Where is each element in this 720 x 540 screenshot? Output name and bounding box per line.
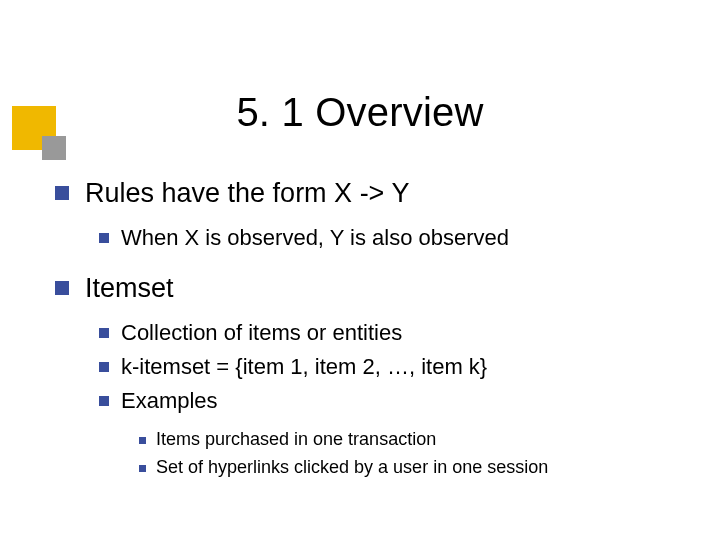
list-item: k-itemset = {item 1, item 2, …, item k} <box>99 350 695 384</box>
bullet-square-icon <box>99 233 109 243</box>
slide-title: 5. 1 Overview <box>0 90 720 135</box>
slide-body: Rules have the form X -> Y When X is obs… <box>55 175 695 496</box>
list-item: Set of hyperlinks clicked by a user in o… <box>139 454 695 482</box>
bullet-text: Itemset <box>85 270 174 306</box>
bullet-list-level3: Items purchased in one transaction Set o… <box>139 426 695 482</box>
list-item: Itemset Collection of items or entities … <box>55 270 695 483</box>
bullet-text: k-itemset = {item 1, item 2, …, item k} <box>121 350 487 384</box>
list-item: When X is observed, Y is also observed <box>99 221 695 255</box>
bullet-text: Items purchased in one transaction <box>156 426 436 454</box>
list-item: Rules have the form X -> Y When X is obs… <box>55 175 695 256</box>
bullet-square-icon <box>55 281 69 295</box>
list-item: Items purchased in one transaction <box>139 426 695 454</box>
bullet-square-icon <box>99 328 109 338</box>
bullet-square-icon <box>99 362 109 372</box>
bullet-square-icon <box>139 437 146 444</box>
bullet-list-level2: Collection of items or entities k-itemse… <box>99 316 695 482</box>
bullet-text: When X is observed, Y is also observed <box>121 221 509 255</box>
bullet-square-icon <box>139 465 146 472</box>
decor-square-gray <box>42 136 66 160</box>
bullet-list-level1: Rules have the form X -> Y When X is obs… <box>55 175 695 482</box>
bullet-text: Examples <box>121 384 218 418</box>
bullet-list-level2: When X is observed, Y is also observed <box>99 221 695 255</box>
bullet-text: Rules have the form X -> Y <box>85 175 409 211</box>
bullet-text: Set of hyperlinks clicked by a user in o… <box>156 454 548 482</box>
list-item: Examples Items purchased in one transact… <box>99 384 695 482</box>
list-item: Collection of items or entities <box>99 316 695 350</box>
bullet-square-icon <box>55 186 69 200</box>
bullet-text: Collection of items or entities <box>121 316 402 350</box>
bullet-square-icon <box>99 396 109 406</box>
